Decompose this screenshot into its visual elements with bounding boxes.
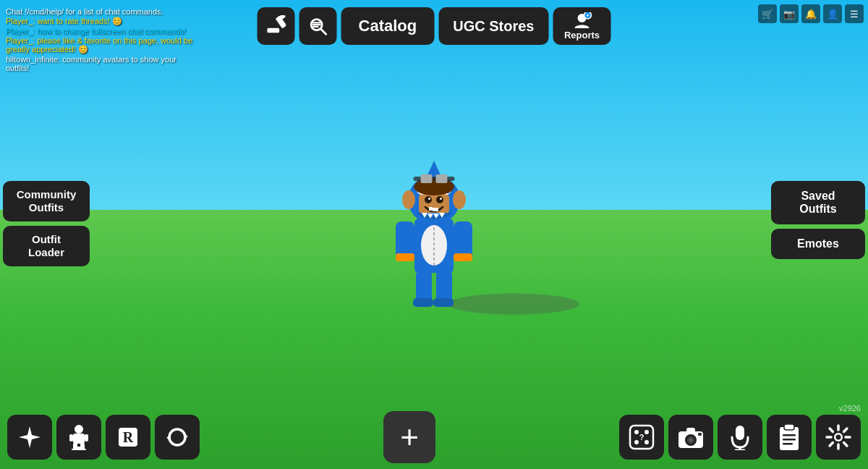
bottom-center: +: [383, 411, 435, 463]
chat-line-2: Player_: want to rate threads! 😊: [6, 17, 194, 26]
notes-button[interactable]: [767, 415, 812, 460]
cart-icon[interactable]: 🛒: [758, 4, 777, 23]
svg-rect-69: [698, 433, 702, 436]
emotes-button[interactable]: Emotes: [771, 229, 865, 259]
chat-line-5: hiltown_infinite: community avatars to s…: [6, 55, 194, 72]
svg-rect-49: [69, 434, 73, 441]
svg-line-87: [844, 428, 847, 431]
svg-point-33: [440, 198, 442, 200]
bottom-right-icons: ?: [619, 415, 861, 460]
notification-icon[interactable]: 🔔: [801, 4, 820, 23]
top-navigation-bar: Catalog UGC Stores + Reports: [258, 7, 611, 45]
svg-rect-20: [413, 298, 433, 307]
svg-line-84: [830, 428, 833, 431]
svg-rect-16: [396, 253, 414, 261]
svg-point-79: [836, 435, 841, 440]
svg-rect-0: [267, 28, 279, 33]
chat-line-3: Player_: how to change fullscreen chat c…: [6, 27, 194, 35]
svg-text:R: R: [123, 429, 134, 445]
left-panel: Community Outfits Outfit Loader: [3, 181, 90, 266]
ugc-stores-button[interactable]: UGC Stores: [438, 7, 548, 45]
svg-rect-68: [686, 428, 695, 433]
svg-point-61: [634, 440, 639, 444]
system-icons-bar: 🛒 📷 🔔 👤 ☰: [758, 4, 864, 23]
svg-point-30: [425, 196, 432, 203]
screenshot-icon[interactable]: 📷: [780, 4, 799, 23]
bottom-toolbar: R + ?: [0, 411, 868, 463]
svg-rect-52: [75, 447, 83, 449]
svg-rect-34: [429, 207, 433, 211]
svg-rect-21: [433, 298, 454, 307]
svg-rect-17: [454, 253, 472, 261]
svg-point-60: [644, 430, 649, 434]
chat-line-1: Chat !/cmd/help/ for a list of chat comm…: [6, 7, 194, 16]
sparkle-button[interactable]: [7, 415, 52, 460]
svg-rect-70: [736, 426, 744, 440]
microphone-button[interactable]: [718, 415, 762, 460]
svg-rect-50: [85, 434, 88, 441]
svg-rect-51: [72, 449, 86, 450]
add-button[interactable]: +: [383, 411, 435, 463]
player-reports-button[interactable]: + Reports: [553, 7, 610, 45]
roblox-logo-button[interactable]: R: [106, 415, 150, 460]
svg-point-31: [436, 196, 443, 203]
svg-rect-35: [433, 208, 435, 211]
svg-point-59: [634, 430, 639, 434]
catalog-button[interactable]: Catalog: [341, 7, 435, 45]
svg-rect-77: [783, 443, 793, 445]
svg-point-62: [644, 440, 649, 444]
outfit-loader-button[interactable]: Outfit Loader: [3, 226, 90, 266]
community-outfits-button[interactable]: Community Outfits: [3, 181, 90, 221]
svg-rect-75: [783, 434, 796, 436]
svg-point-45: [75, 425, 83, 434]
svg-point-32: [428, 198, 430, 200]
svg-rect-76: [783, 439, 796, 441]
svg-rect-74: [784, 424, 794, 430]
character-button[interactable]: [56, 415, 101, 460]
svg-point-38: [453, 190, 466, 209]
chat-line-4: Player_: please like & favorite on this …: [6, 36, 194, 54]
character-nametag: [414, 177, 455, 181]
menu-icon[interactable]: ☰: [845, 4, 864, 23]
hammer-button[interactable]: [258, 7, 295, 45]
svg-rect-36: [435, 208, 438, 211]
svg-text:+: +: [586, 13, 589, 18]
camera-button[interactable]: [668, 415, 713, 460]
svg-rect-46: [73, 434, 85, 444]
svg-text:?: ?: [639, 433, 644, 441]
svg-line-85: [844, 443, 847, 446]
svg-line-4: [320, 29, 326, 34]
nametag-icon2: [436, 174, 448, 183]
settings-button[interactable]: [816, 415, 861, 460]
saved-outfits-button[interactable]: Saved Outfits: [771, 181, 865, 224]
refresh-button[interactable]: [155, 415, 200, 460]
svg-marker-44: [19, 426, 41, 448]
chat-area: Chat !/cmd/help/ for a list of chat comm…: [6, 7, 194, 73]
svg-point-67: [689, 439, 692, 441]
svg-line-86: [830, 443, 833, 446]
random-button[interactable]: ?: [619, 415, 664, 460]
svg-point-37: [402, 190, 415, 209]
search-button[interactable]: [299, 7, 337, 45]
nametag-icon1: [421, 174, 433, 183]
bottom-left-icons: R: [7, 415, 200, 460]
right-panel: Saved Outfits Emotes: [771, 181, 865, 259]
profile-icon[interactable]: 👤: [823, 4, 842, 23]
